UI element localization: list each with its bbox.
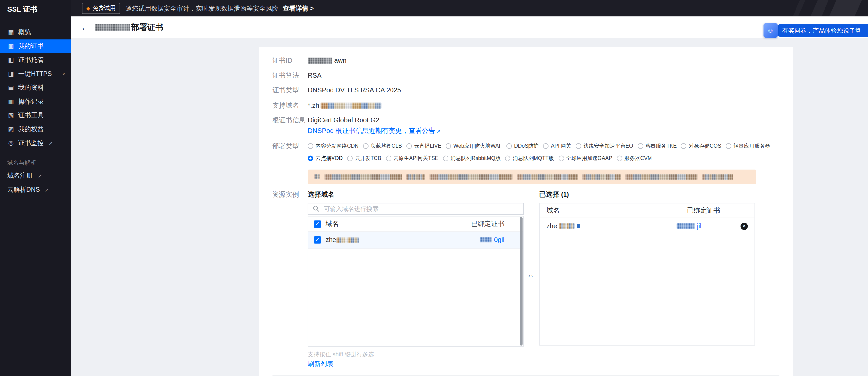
root-cert-name: DigiCert Global Root G2 (308, 116, 440, 124)
radio-gaap[interactable]: 全球应用加速GAAP (558, 154, 612, 162)
product-title: SSL 证书 (0, 0, 71, 18)
cert-id-suffix: awn (335, 56, 347, 64)
root-notice-link[interactable]: DNSPod 根证书信息近期有变更，查看公告 (308, 127, 435, 135)
sidebar-item-label: 证书监控 (18, 139, 43, 147)
transfer-swap-icon[interactable]: ↔ (527, 271, 534, 279)
sidebar-item-my-benefits[interactable]: ▨ 我的权益 (0, 122, 71, 136)
sidebar-item-operation-records[interactable]: ▥ 操作记录 (0, 95, 71, 109)
tools-icon: ▧ (7, 112, 14, 119)
deploy-type-row: 部署类型 内容分发网络CDN 负载均衡CLB 云直播LIVE Web应用防火墙W… (272, 142, 779, 162)
redacted-banner-text (582, 173, 621, 179)
cert-algorithm-label: 证书算法 (272, 71, 308, 80)
view-details-link[interactable]: 查看详情 > (283, 4, 314, 12)
row-checkbox[interactable]: ✓ (314, 236, 321, 243)
sidebar-item-overview[interactable]: ▦ 概览 (0, 25, 71, 39)
radio-cvm[interactable]: 服务器CVM (617, 154, 652, 162)
redacted-cert-id (308, 57, 332, 64)
radio-icon (363, 143, 368, 149)
external-link-icon: ↗ (49, 141, 53, 146)
certificate-icon: ▣ (7, 42, 14, 50)
announcement-text: 邀您试用数据安全审计，实时发现数据泄露等安全风险 (126, 4, 278, 12)
radio-vod-selected[interactable]: 云点播VOD (308, 154, 343, 162)
external-link-icon: ↗ (436, 128, 441, 134)
radio-api-gateway[interactable]: API 网关 (543, 142, 571, 150)
radio-waf[interactable]: Web应用防火墙WAF (446, 142, 502, 150)
transfer-right-panel: 已选择 (1) 域名 已绑定证书 zhe (539, 191, 755, 368)
supported-domains-label: 支持域名 (272, 101, 308, 109)
radio-icon (308, 143, 313, 149)
radio-icon (558, 156, 564, 161)
sidebar-item-cert-hosting[interactable]: ◧ 证书托管 (0, 53, 71, 67)
radio-tse[interactable]: 云原生API网关TSE (385, 154, 438, 162)
radio-eo[interactable]: 边缘安全加速平台EO (576, 142, 633, 150)
radio-icon (505, 156, 510, 161)
redacted-domain (337, 237, 359, 243)
domain-prefix: *.zh (308, 101, 319, 109)
domain-name: zhe (326, 236, 359, 244)
radio-ddos[interactable]: DDoS防护 (506, 142, 539, 150)
radio-icon (347, 156, 352, 161)
cert-algorithm-row: 证书算法 RSA (272, 71, 779, 80)
bound-cert-column-header: 已绑定证书 (471, 220, 504, 228)
radio-mqtt[interactable]: 消息队列MQTT版 (505, 154, 554, 162)
root-cert-value: DigiCert Global Root G2 DNSPod 根证书信息近期有变… (308, 116, 440, 135)
deploy-type-options: 内容分发网络CDN 负载均衡CLB 云直播LIVE Web应用防火墙WAF DD… (308, 142, 770, 162)
domain-search-input[interactable] (322, 205, 519, 213)
survey-widget[interactable]: ☺ 有奖问卷，产品体验您说了算 (763, 23, 868, 38)
multi-select-hint: 支持按住 shift 键进行多选 (308, 350, 524, 358)
selected-title: 已选择 (1) (539, 191, 755, 199)
benefits-icon: ▨ (7, 126, 14, 133)
remove-domain-button[interactable]: × (741, 222, 748, 230)
list-scrollbar[interactable] (520, 217, 522, 346)
radio-cdn[interactable]: 内容分发网络CDN (308, 142, 359, 150)
select-all-checkbox[interactable]: ✓ (314, 220, 321, 227)
redacted-banner-text (406, 173, 425, 179)
sidebar-item-label: 操作记录 (18, 97, 43, 106)
sidebar-item-cert-monitor[interactable]: ◎ 证书监控 ↗ (0, 136, 71, 150)
domain-list-header: ✓ 域名 已绑定证书 (308, 216, 523, 231)
redacted-cert (480, 237, 492, 243)
sidebar-item-one-click-https[interactable]: ◨ 一键HTTPS ∨ (0, 67, 71, 81)
sidebar-item-label: 证书工具 (18, 111, 43, 119)
top-announcement-bar: ◆ 免费试用 邀您试用数据安全审计，实时发现数据泄露等安全风险 查看详情 > (0, 0, 868, 17)
monitor-icon: ◎ (7, 140, 14, 147)
cert-type-label: 证书类型 (272, 86, 308, 94)
survey-label: 有奖问卷，产品体验您说了算 (775, 24, 868, 37)
records-icon: ▥ (7, 98, 14, 105)
bound-cert-column-header: 已绑定证书 (687, 206, 748, 214)
selected-domain-row: zhe jil × (540, 218, 755, 233)
radio-rabbitmq[interactable]: 消息队列RabbitMQ版 (443, 154, 501, 162)
sidebar-item-my-profile[interactable]: ▤ 我的资料 (0, 81, 71, 95)
radio-icon (446, 143, 452, 149)
search-icon (313, 205, 319, 212)
radio-lighthouse[interactable]: 轻量应用服务器 (726, 142, 770, 150)
hosting-icon: ◧ (7, 56, 14, 64)
refresh-list-link[interactable]: 刷新列表 (308, 360, 333, 368)
bound-cert-value: 0gil (480, 236, 504, 244)
radio-tcb[interactable]: 云开发TCB (347, 154, 381, 162)
sidebar-section-domains-dns: 域名与解析 (7, 159, 71, 167)
page-title: 部署证书 (95, 22, 163, 32)
sidebar-item-domain-registration[interactable]: 域名注册 ↗ (0, 169, 71, 183)
free-trial-badge[interactable]: ◆ 免费试用 (82, 3, 120, 14)
radio-cos[interactable]: 对象存储COS (681, 142, 721, 150)
radio-clb[interactable]: 负载均衡CLB (363, 142, 402, 150)
radio-icon (638, 143, 643, 149)
sidebar-item-label: 我的资料 (18, 84, 43, 92)
survey-icon: ☺ (763, 23, 778, 38)
redacted-cert (677, 223, 695, 229)
sidebar-item-cert-tools[interactable]: ▧ 证书工具 (0, 109, 71, 122)
sidebar-item-dns-resolution[interactable]: 云解析DNS ↗ (0, 183, 71, 197)
domain-search-box (308, 203, 524, 215)
back-button[interactable]: ← (81, 23, 89, 32)
radio-live[interactable]: 云直播LIVE (406, 142, 441, 150)
domain-list-row[interactable]: ✓ zhe 0gil (308, 232, 523, 249)
redacted-domain-title (95, 23, 130, 31)
sidebar-item-my-certificates[interactable]: ▣ 我的证书 (0, 39, 71, 53)
radio-tke[interactable]: 容器服务TKE (638, 142, 677, 150)
free-trial-label: 免费试用 (92, 4, 116, 12)
resource-instance-row: 资源实例 选择域名 (272, 191, 779, 368)
selected-domain-table: 域名 已绑定证书 zhe jil (539, 203, 755, 345)
profile-icon: ▤ (7, 84, 14, 91)
domain-name: zhe (546, 222, 580, 230)
